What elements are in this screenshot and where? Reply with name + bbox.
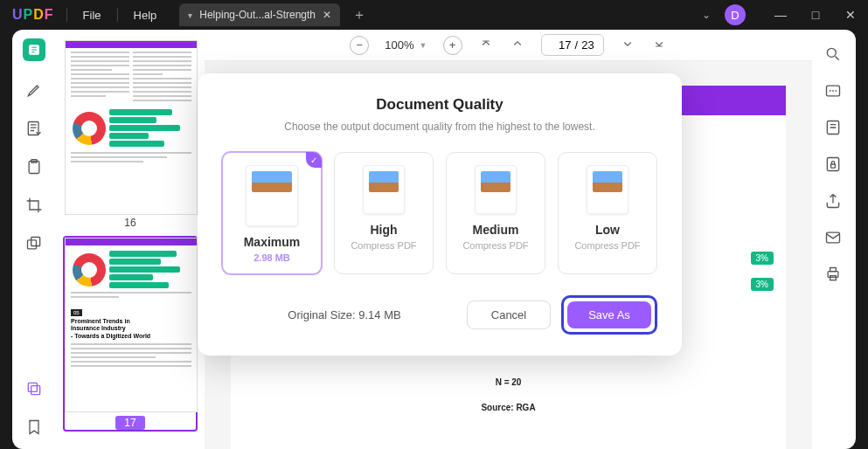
form-icon[interactable] [824,119,844,138]
left-rail [12,30,56,449]
thumb-section-title: Prominent Trends in Insurance Industry -… [66,318,197,340]
save-as-button[interactable]: Save As [567,301,651,328]
crop-icon[interactable] [24,196,44,215]
thumbnail-panel: 16 05 Prominent Trends in Insurance Indu… [56,30,205,449]
zoom-in-button[interactable]: + [443,36,462,55]
quality-option-low[interactable]: Low Compress PDF [558,152,657,274]
option-sub: Compress PDF [564,240,651,251]
thumb-page-number: 16 [65,217,196,229]
protect-icon[interactable] [824,155,844,175]
document-tab[interactable]: ▾ Helping-Out...al-Strength ✕ ＋ [179,3,366,26]
window-maximize[interactable]: □ [798,8,833,22]
option-label: Low [564,223,651,237]
page-thumb-16[interactable]: 16 [63,38,198,231]
tab-close-icon[interactable]: ✕ [323,9,331,21]
option-label: Maximum [228,235,316,249]
user-avatar[interactable]: D [725,4,746,25]
batch-icon[interactable] [24,234,44,253]
zoom-level[interactable]: 100% ▼ [385,38,427,52]
page-current[interactable] [551,38,572,52]
highlighter-icon[interactable] [24,80,44,100]
quality-option-maximum[interactable]: Maximum 2.98 MB [222,152,322,274]
window-minimize[interactable]: — [763,8,798,22]
page-number-input[interactable]: / 23 [541,34,604,56]
cancel-button[interactable]: Cancel [467,300,551,329]
n-label: N = 20 [231,377,786,387]
svg-rect-16 [830,276,837,280]
page-sep: / [575,38,579,52]
title-bar: UPDF File Help ▾ Helping-Out...al-Streng… [0,0,868,30]
data-tag: 3% [751,252,774,265]
reader-mode-icon[interactable] [23,38,45,61]
menu-help[interactable]: Help [118,9,173,22]
svg-point-8 [827,48,836,57]
source-label: Source: RGA [231,403,786,412]
view-toolbar: − 100% ▼ + / 23 [205,30,812,61]
tab-title: Helping-Out...al-Strength [199,9,316,21]
edit-text-icon[interactable] [24,119,44,138]
tab-overflow-icon[interactable]: ⌄ [702,9,711,21]
svg-rect-4 [28,240,37,249]
search-icon[interactable] [824,45,844,65]
print-icon[interactable] [824,266,844,285]
tab-dot-icon: ▾ [188,10,192,20]
quality-option-group: Maximum 2.98 MB High Compress PDF Medium… [222,152,657,274]
next-page-button[interactable] [620,36,635,55]
svg-rect-15 [830,268,837,272]
svg-rect-12 [831,164,836,168]
clipboard-icon[interactable] [24,157,44,176]
thumb-page-number: 17 [115,416,144,430]
page-total: 23 [581,38,594,52]
option-sub: Compress PDF [452,240,539,251]
data-tag: 3% [751,278,774,291]
app-logo: UPDF [0,7,66,23]
zoom-out-button[interactable]: − [350,36,369,55]
dialog-subtitle: Choose the output document quality from … [222,121,657,133]
prev-page-button[interactable] [510,36,525,55]
dialog-footer: Original Size: 9.14 MB Cancel Save As [222,295,657,335]
share-icon[interactable] [824,192,844,211]
right-rail [812,30,856,449]
email-icon[interactable] [824,229,844,248]
window-close[interactable]: ✕ [833,8,868,22]
option-label: Medium [452,223,539,237]
quality-option-medium[interactable]: Medium Compress PDF [446,152,545,274]
chevron-down-icon: ▼ [420,41,427,50]
svg-rect-6 [28,383,37,391]
thumb-section-num: 05 [71,309,82,316]
page-thumb-17[interactable]: 05 Prominent Trends in Insurance Industr… [63,236,198,432]
dialog-title: Document Quality [222,96,657,114]
svg-rect-5 [31,238,40,246]
last-page-button[interactable] [651,36,667,55]
svg-rect-7 [31,386,40,395]
svg-rect-13 [827,232,840,243]
ocr-icon[interactable] [824,82,844,101]
option-size: 2.98 MB [228,252,316,263]
svg-rect-14 [828,272,838,278]
document-quality-dialog: Document Quality Choose the output docum… [198,73,682,356]
new-tab-button[interactable]: ＋ [352,6,366,24]
option-label: High [340,223,427,237]
check-icon [306,152,322,168]
layers-icon[interactable] [24,379,44,398]
first-page-button[interactable] [478,36,494,55]
quality-option-high[interactable]: High Compress PDF [334,152,434,274]
menu-file[interactable]: File [67,9,117,22]
save-as-highlight: Save As [561,295,657,335]
bookmark-icon[interactable] [24,418,44,437]
original-size-label: Original Size: 9.14 MB [222,308,467,321]
option-sub: Compress PDF [340,240,427,251]
